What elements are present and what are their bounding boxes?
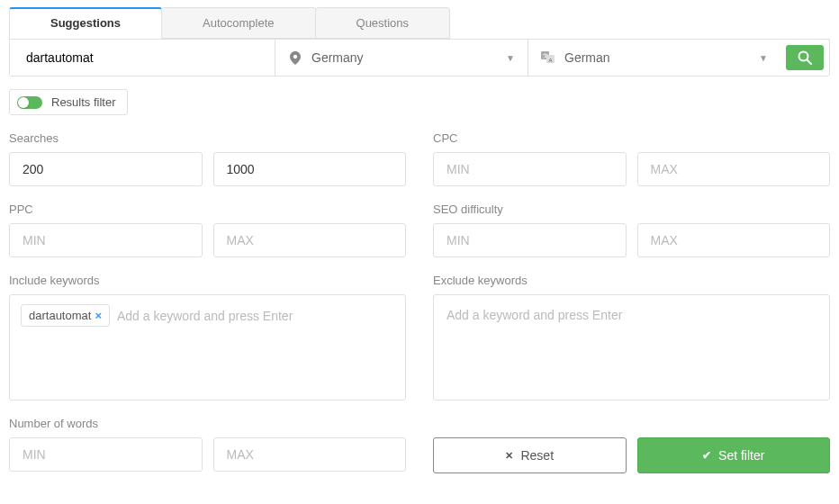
numwords-label: Number of words bbox=[9, 417, 406, 430]
ppc-max-input[interactable] bbox=[213, 223, 407, 257]
remove-tag-icon[interactable]: × bbox=[95, 309, 102, 322]
tab-suggestions[interactable]: Suggestions bbox=[9, 7, 162, 39]
searches-max-input[interactable] bbox=[213, 152, 407, 186]
country-dropdown[interactable]: Germany ▼ bbox=[275, 40, 528, 76]
keyword-tag: dartautomat × bbox=[21, 304, 110, 327]
keyword-input[interactable] bbox=[10, 40, 275, 76]
seo-label: SEO difficulty bbox=[433, 202, 830, 216]
close-icon: ✕ bbox=[505, 450, 513, 462]
exclude-label: Exclude keywords bbox=[433, 274, 830, 287]
searches-min-input[interactable] bbox=[9, 152, 203, 186]
include-label: Include keywords bbox=[9, 274, 406, 287]
tab-questions[interactable]: Questions bbox=[315, 7, 451, 39]
cpc-max-input[interactable] bbox=[637, 152, 831, 186]
seo-min-input[interactable] bbox=[433, 223, 627, 257]
chevron-down-icon: ▼ bbox=[759, 53, 768, 63]
cpc-min-input[interactable] bbox=[433, 152, 627, 186]
location-pin-icon bbox=[288, 51, 302, 65]
exclude-keywords-box[interactable] bbox=[433, 294, 830, 400]
numwords-min-input[interactable] bbox=[9, 437, 203, 472]
results-filter-label: Results filter bbox=[51, 95, 116, 109]
search-button[interactable] bbox=[786, 45, 824, 70]
keyword-tag-text: dartautomat bbox=[29, 309, 91, 322]
searches-label: Searches bbox=[9, 131, 406, 145]
svg-line-5 bbox=[807, 60, 812, 65]
search-icon bbox=[798, 50, 812, 65]
reset-button-label: Reset bbox=[520, 448, 554, 463]
translate-icon: 文A bbox=[541, 51, 555, 64]
chevron-down-icon: ▼ bbox=[506, 53, 515, 63]
ppc-min-input[interactable] bbox=[9, 223, 203, 257]
exclude-keyword-input[interactable] bbox=[445, 304, 818, 326]
check-icon: ✔ bbox=[702, 449, 711, 462]
seo-max-input[interactable] bbox=[637, 223, 831, 257]
numwords-max-input[interactable] bbox=[213, 437, 407, 472]
svg-text:A: A bbox=[549, 58, 553, 63]
reset-button[interactable]: ✕ Reset bbox=[433, 437, 627, 473]
toggle-switch-icon bbox=[17, 96, 42, 109]
language-dropdown[interactable]: 文A German ▼ bbox=[528, 40, 780, 76]
tab-autocomplete[interactable]: Autocomplete bbox=[161, 7, 316, 39]
include-keyword-input[interactable] bbox=[115, 304, 394, 327]
country-text: Germany bbox=[311, 50, 497, 65]
language-text: German bbox=[564, 50, 750, 65]
cpc-label: CPC bbox=[433, 131, 830, 145]
set-filter-button-label: Set filter bbox=[718, 448, 764, 463]
svg-text:文: 文 bbox=[543, 52, 548, 58]
set-filter-button[interactable]: ✔ Set filter bbox=[637, 437, 831, 473]
results-filter-toggle[interactable]: Results filter bbox=[9, 89, 128, 115]
ppc-label: PPC bbox=[9, 202, 406, 216]
include-keywords-box[interactable]: dartautomat × bbox=[9, 294, 406, 400]
